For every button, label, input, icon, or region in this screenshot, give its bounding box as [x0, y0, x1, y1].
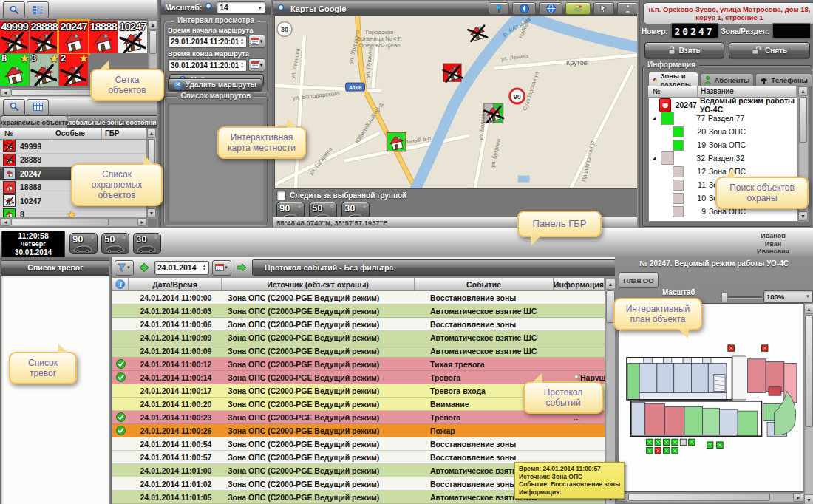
column-tree-num[interactable]: № — [648, 86, 698, 98]
column-number[interactable]: № — [0, 128, 52, 140]
object-list-row[interactable]: 49999 — [0, 140, 146, 154]
map-globe-button[interactable] — [539, 2, 562, 15]
zone-tree-row[interactable]: 20Зона ОПС — [649, 125, 797, 138]
zone-tree-row[interactable]: ◉20247Ведомый режим работы УО-4С — [649, 98, 797, 112]
column-info[interactable]: Информация — [554, 278, 605, 291]
object-tile[interactable]: 3★ — [30, 54, 58, 86]
plan-zone-marker[interactable] — [655, 439, 661, 446]
route-start-calendar-button[interactable]: ▼ — [248, 35, 265, 48]
tab-zones-partitions[interactable]: Зоны и разделы — [648, 72, 698, 86]
follow-group-checkbox[interactable] — [276, 191, 286, 200]
plan-room[interactable] — [674, 364, 692, 393]
plan-scale-slider[interactable] — [721, 292, 760, 301]
column-gbr[interactable]: ГБР — [102, 128, 146, 140]
plan-room[interactable] — [664, 406, 684, 435]
alarm-list[interactable] — [1, 275, 110, 504]
plan-zone-marker[interactable] — [689, 439, 695, 446]
plan-zone-marker[interactable] — [680, 439, 687, 446]
gbr-radius-button[interactable]: 90○ — [69, 233, 98, 254]
gbr-radius-button[interactable]: 50○ — [101, 233, 129, 254]
tab-phones[interactable]: Телефоны — [755, 73, 812, 86]
list-search-button[interactable] — [3, 99, 25, 115]
tree-expander[interactable]: ◢ — [650, 115, 658, 121]
prev-events-button[interactable] — [137, 261, 152, 275]
object-tile[interactable]: 2★ — [59, 54, 88, 86]
plan-room[interactable] — [684, 406, 703, 435]
plan-scale-select[interactable]: 100%▼ — [763, 290, 813, 303]
map-layers-button[interactable] — [565, 2, 591, 15]
map-object-marker[interactable]: 30 — [277, 21, 292, 36]
plan-room[interactable] — [747, 359, 766, 393]
protocol-row[interactable]: 24.01.2014 11:00:26Зона ОПС (C2000-PGE В… — [112, 424, 605, 437]
routes-list[interactable] — [168, 103, 264, 222]
object-tile[interactable]: 18888 — [89, 21, 118, 53]
protocol-row[interactable]: 24.01.2014 11:00:09Зона ОПС (C2000-PGE В… — [112, 344, 605, 358]
route-end-input[interactable]: 30.01.2014 11:20:01▲▼ — [168, 59, 247, 72]
objects-horizontal-scrollbar[interactable]: ◄► — [0, 217, 148, 227]
column-special[interactable]: Особые — [52, 128, 102, 140]
object-list-row[interactable]: 8★ — [0, 208, 146, 218]
arm-button[interactable]: Взять — [644, 42, 724, 58]
protocol-row[interactable]: 24.01.2014 11:00:03Зона ОПС (C2000-PGE В… — [112, 304, 605, 318]
protocol-calendar-button[interactable]: ▼ — [212, 260, 231, 276]
plan-room[interactable] — [703, 358, 711, 364]
object-tile[interactable]: 49999 — [0, 21, 29, 53]
map-cursor-button[interactable] — [593, 2, 614, 15]
map-object-marker[interactable] — [387, 132, 406, 151]
plan-vertical-scrollbar[interactable]: ▲▼ — [803, 303, 813, 504]
disarm-button[interactable]: Снять — [729, 42, 810, 58]
tab-subscribers[interactable]: Абоненты — [700, 73, 754, 86]
protocol-date-input[interactable]: 24.01.2014▲▼ — [154, 261, 209, 275]
plan-room[interactable] — [657, 364, 674, 393]
map-search-icon[interactable] — [277, 4, 286, 14]
plan-zone-marker[interactable] — [663, 448, 670, 454]
plan-room[interactable] — [703, 408, 720, 435]
plan-room[interactable] — [732, 356, 746, 400]
map-pin-button[interactable] — [489, 2, 509, 15]
column-info-icon[interactable]: i — [112, 278, 129, 291]
plan-zone-marker[interactable] — [672, 448, 678, 454]
map-scale-select[interactable]: 14▼ — [217, 1, 265, 13]
object-tile[interactable]: 8★ — [0, 54, 29, 86]
plan-zone-marker[interactable] — [761, 345, 768, 352]
plan-zone-marker[interactable] — [672, 439, 678, 446]
interactive-map[interactable]: A108ГородскаяБольница № 4 Г.Орехово-Зуев… — [275, 16, 637, 188]
plan-room[interactable] — [639, 364, 657, 393]
object-tile[interactable]: 10247 — [118, 21, 147, 53]
grid-search-button[interactable] — [3, 1, 25, 18]
tab-plan-oo[interactable]: План ОО — [619, 272, 659, 288]
route-start-input[interactable]: 29.01.2014 11:20:01▲▼ — [168, 35, 247, 48]
gbr-radius-button[interactable]: 30○ — [133, 233, 161, 254]
map-person-button[interactable] — [617, 2, 638, 15]
plan-zone-marker[interactable] — [663, 439, 670, 446]
protocol-row[interactable]: 24.01.2014 11:00:00Зона ОПС (C2000-PGE В… — [112, 291, 605, 304]
protocol-row[interactable]: 24.01.2014 11:00:54Зона ОПС (C2000-PGE В… — [112, 437, 605, 451]
slider-thumb[interactable] — [721, 292, 728, 302]
plan-room[interactable] — [644, 358, 652, 364]
column-tree-name[interactable]: Название — [698, 86, 797, 98]
list-table-button[interactable] — [27, 99, 49, 115]
plan-room[interactable] — [719, 409, 738, 435]
column-source[interactable]: Источник (объект охраны) — [222, 278, 415, 291]
filter-button[interactable]: ▼ — [115, 260, 134, 276]
zone-tree-row[interactable]: ◢32Раздел 32 — [649, 151, 797, 165]
plan-room[interactable] — [691, 364, 708, 393]
plan-room[interactable] — [769, 387, 781, 395]
column-event[interactable]: Событие — [415, 278, 554, 291]
tree-expander[interactable]: ◢ — [650, 155, 658, 161]
map-compass-button[interactable] — [512, 2, 536, 15]
route-end-calendar-button[interactable]: ▼ — [248, 58, 265, 72]
plan-room[interactable] — [645, 404, 665, 435]
plan-zone-marker[interactable] — [728, 345, 735, 352]
plan-horizontal-scrollbar[interactable]: ◄► — [616, 492, 804, 503]
plan-room[interactable] — [639, 392, 727, 400]
map-object-marker[interactable]: 90 — [510, 89, 525, 103]
object-tile[interactable]: 20247 — [59, 21, 88, 53]
plan-room[interactable] — [631, 403, 645, 435]
delete-routes-button[interactable]: ✕Удалить маршруты — [168, 78, 262, 91]
plan-room[interactable] — [627, 364, 639, 399]
plan-zone-marker[interactable] — [655, 448, 661, 454]
next-events-button[interactable] — [234, 261, 249, 275]
column-datetime[interactable]: Дата/Время — [129, 278, 221, 291]
plan-room[interactable] — [663, 358, 671, 364]
